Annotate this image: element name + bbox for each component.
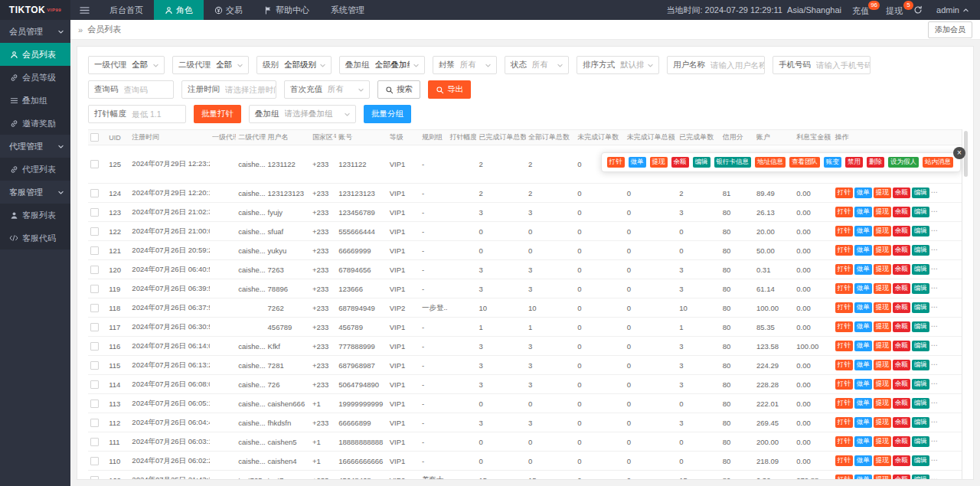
filter-agent2-select[interactable]: 二级代理全部 [172,56,249,74]
action-做单-button[interactable]: 做单 [854,264,872,275]
sidebar-item-agent-list[interactable]: 代理列表 [0,158,70,181]
action-做单-button[interactable]: 做单 [854,475,872,480]
register-time-input[interactable] [225,85,276,94]
first-recharge-select[interactable]: 首次充值 所有 [284,80,370,99]
action-提现-button[interactable]: 提现 [874,245,891,256]
action-删除-button[interactable]: 删除 [867,157,884,168]
action-编辑-button[interactable]: 编辑 [912,321,929,332]
action-打针-button[interactable]: 打针 [835,436,853,447]
action-提现-button[interactable]: 提现 [874,379,891,390]
action-提现-button[interactable]: 提现 [874,436,891,447]
row-checkbox[interactable] [90,438,99,446]
action-编辑-button[interactable]: 编辑 [912,436,929,447]
action-提现-button[interactable]: 提现 [874,302,891,313]
action-余额-button[interactable]: 余额 [671,157,689,168]
sidebar-item-member-level[interactable]: 会员等级 [0,66,70,89]
action-做单-button[interactable]: 做单 [854,226,872,236]
action-余额-button[interactable]: 余额 [893,455,910,466]
filter-status-select[interactable]: 状态所有 [505,56,569,74]
action-打针-button[interactable]: 打针 [835,188,853,198]
withdraw-button[interactable]: 提现 5 [886,4,903,17]
action-做单-button[interactable]: 做单 [854,417,872,428]
search-button[interactable]: 搜索 [377,80,420,99]
export-button[interactable]: 导出 [428,80,471,99]
action-余额-button[interactable]: 余额 [893,417,910,428]
action-余额-button[interactable]: 余额 [893,321,910,332]
more-actions-button[interactable]: ⋯ [931,360,939,368]
action-打针-button[interactable]: 打针 [835,321,853,332]
action-提现-button[interactable]: 提现 [874,283,891,294]
action-余额-button[interactable]: 余额 [893,398,910,409]
action-余额-button[interactable]: 余额 [893,188,910,198]
action-余额-button[interactable]: 余额 [893,302,910,313]
action-编辑-button[interactable]: 编辑 [912,302,929,313]
nav-item-role[interactable]: 角色 [154,0,204,20]
action-做单-button[interactable]: 做单 [854,398,872,409]
action-打针-button[interactable]: 打针 [835,264,853,275]
action-做单-button[interactable]: 做单 [854,321,872,332]
add-member-button[interactable]: 添加会员 [928,21,972,38]
sidebar-item-service-list[interactable]: 客服列表 [0,204,70,227]
filter-username-field[interactable]: 用户名称 [667,56,765,74]
row-checkbox[interactable] [90,266,99,274]
action-余额-button[interactable]: 余额 [893,226,910,236]
filter-sort-select[interactable]: 排序方式默认排序 [577,56,659,74]
action-提现-button[interactable]: 提现 [874,321,891,332]
sidebar-toggle-button[interactable] [70,0,99,20]
register-time-field[interactable]: 注册时间 [181,80,276,99]
action-提现-button[interactable]: 提现 [874,455,891,466]
row-checkbox[interactable] [90,285,99,293]
action-做单-button[interactable]: 做单 [854,245,872,256]
action-打针-button[interactable]: 打针 [835,283,853,294]
action-站内消息-button[interactable]: 站内消息 [923,157,953,168]
action-打针-button[interactable]: 打针 [835,379,853,390]
action-编辑-button[interactable]: 编辑 [912,475,929,480]
sidebar-group-service-manage[interactable]: 客服管理 [0,181,70,204]
action-提现-button[interactable]: 提现 [874,475,891,480]
action-编辑-button[interactable]: 编辑 [912,341,929,351]
action-打针-button[interactable]: 打针 [835,207,853,217]
more-actions-button[interactable]: ⋯ [931,418,939,426]
nav-item-help-center[interactable]: 帮助中心 [253,0,320,20]
row-checkbox[interactable] [90,342,99,351]
row-checkbox[interactable] [90,361,99,370]
more-actions-button[interactable]: ⋯ [931,341,939,349]
action-打针-button[interactable]: 打针 [607,157,625,168]
more-actions-button[interactable]: ⋯ [931,265,939,272]
row-checkbox[interactable] [90,160,99,168]
action-余额-button[interactable]: 余额 [893,264,910,275]
more-actions-button[interactable]: ⋯ [931,284,939,292]
user-menu[interactable]: admin [933,5,969,15]
action-余额-button[interactable]: 余额 [893,283,910,294]
action-编辑-button[interactable]: 编辑 [912,207,929,217]
row-checkbox[interactable] [90,189,99,197]
action-提现-button[interactable]: 提现 [874,264,891,275]
action-做单-button[interactable]: 做单 [854,379,872,390]
more-actions-button[interactable]: ⋯ [931,227,939,234]
row-checkbox[interactable] [90,400,99,408]
action-账变-button[interactable]: 账变 [824,157,841,168]
sidebar-group-member-manage[interactable]: 会员管理 [0,20,70,43]
action-做单-button[interactable]: 做单 [854,436,872,447]
batch-inject-button[interactable]: 批量打针 [194,105,241,123]
filter-stack-group-select[interactable]: 叠加组全部叠加组 [339,56,425,74]
action-打针-button[interactable]: 打针 [835,398,853,409]
action-提现-button[interactable]: 提现 [874,188,891,198]
action-余额-button[interactable]: 余额 [893,245,910,256]
action-提现-button[interactable]: 提现 [874,207,891,217]
filter-username-input[interactable] [710,60,764,70]
select-all-checkbox[interactable] [90,133,99,142]
sidebar-item-stack-group[interactable]: 叠加组 [0,89,70,112]
refresh-icon[interactable] [913,5,923,15]
filter-phone-input[interactable] [816,60,870,70]
batch-group-select[interactable]: 叠加组 请选择叠加组 [249,105,356,123]
row-checkbox[interactable] [90,476,99,480]
action-提现-button[interactable]: 提现 [874,398,891,409]
row-checkbox[interactable] [90,246,99,255]
sidebar-item-member-list[interactable]: 会员列表 [0,43,70,66]
action-编辑-button[interactable]: 编辑 [693,157,710,168]
more-actions-button[interactable]: ⋯ [931,456,939,464]
action-提现-button[interactable]: 提现 [874,341,891,351]
close-panel-button[interactable]: × [953,147,965,159]
more-actions-button[interactable]: ⋯ [931,303,939,311]
